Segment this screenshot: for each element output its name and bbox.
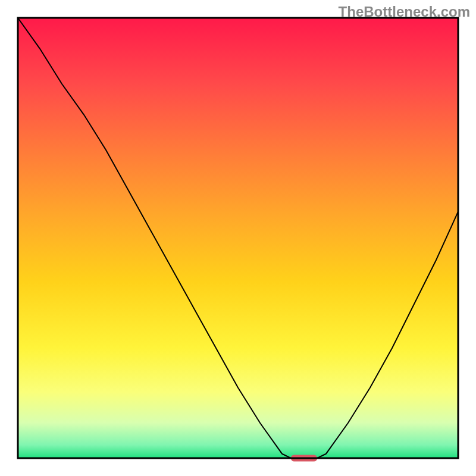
chart-container: TheBottleneck.com xyxy=(0,0,476,476)
plot-background xyxy=(18,18,458,458)
chart-svg xyxy=(0,0,476,476)
watermark-text: TheBottleneck.com xyxy=(339,4,470,20)
